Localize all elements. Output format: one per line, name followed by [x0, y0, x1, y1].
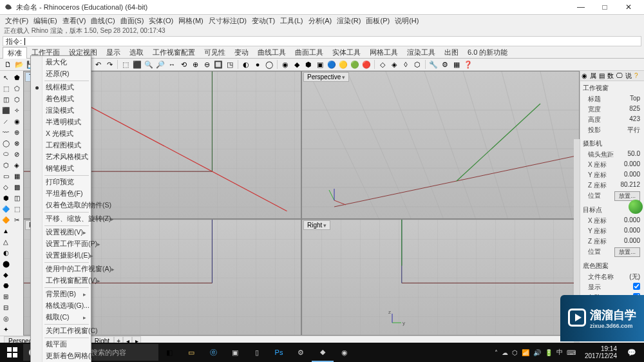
system-tray[interactable]: ˄ ☁ ⬡ 📶 🔊 🔋 中 ⌨: [489, 348, 581, 357]
tool-button[interactable]: ◫: [1, 94, 11, 104]
toolbar-button[interactable]: ⬛: [132, 59, 142, 70]
menu-item[interactable]: 实体(O): [146, 15, 176, 26]
tool-button[interactable]: 〰: [1, 127, 11, 137]
toolbar-button[interactable]: 🔧: [428, 59, 439, 70]
context-menu-item[interactable]: 设置工作平面(P)▸: [32, 238, 90, 250]
toolbar-button[interactable]: ⊕: [190, 59, 200, 70]
tool-button[interactable]: ↖: [1, 72, 11, 82]
toolbar-button[interactable]: 🟡: [338, 59, 348, 70]
menu-item[interactable]: 曲线(C): [88, 15, 117, 26]
property-checkbox[interactable]: [633, 283, 640, 290]
context-menu-item[interactable]: 仅着色选取的物件(S): [32, 200, 90, 211]
toolbar-button[interactable]: ▦: [451, 59, 462, 70]
tab-item[interactable]: 6.0 的新功能: [463, 47, 512, 58]
tool-button[interactable]: ⊟: [1, 302, 11, 312]
menu-item[interactable]: 变动(T): [249, 15, 278, 26]
tool-button[interactable]: ⬠: [12, 83, 22, 93]
tab-item[interactable]: 渲染工具: [402, 47, 440, 58]
toolbar-button[interactable]: ⊖: [202, 59, 212, 70]
context-menu-item[interactable]: 更新着色网格(R): [32, 350, 90, 362]
tray-battery-icon[interactable]: 🔋: [545, 349, 553, 356]
context-menu-item[interactable]: 背景图(B)▸: [32, 289, 90, 300]
tab-item[interactable]: 显示: [102, 47, 125, 58]
task-ps-icon[interactable]: Ps: [268, 343, 290, 362]
toolbar-button[interactable]: ◉: [280, 59, 290, 70]
toolbar-button[interactable]: ❓: [463, 59, 473, 70]
tab-properties[interactable]: 属: [590, 71, 596, 81]
standard-toolbar[interactable]: 🗋📂💾🖨✂📋📄↶↷⬚⬛🔍🔎↔⟲⊕⊖🔲◳◐●◯◉◆⬢▣🔵🟡🟢🔴◇◈◊⬡🔧⚙▦❓: [0, 59, 644, 71]
tool-button[interactable]: ◈: [12, 160, 22, 170]
tool-button[interactable]: ◎: [1, 313, 11, 323]
tray-onedrive-icon[interactable]: ☁: [502, 349, 508, 356]
tool-button[interactable]: △: [1, 236, 11, 247]
task-app1-icon[interactable]: ▣: [224, 343, 246, 362]
context-menu-item[interactable]: 工程图模式: [32, 140, 90, 151]
context-menu-item[interactable]: 线框模式: [32, 82, 90, 93]
context-menu-item[interactable]: 截取(C)▸: [32, 312, 90, 323]
toolbar-button[interactable]: ◊: [401, 59, 411, 70]
viewport-right[interactable]: Right▾ yz: [301, 219, 580, 336]
viewport-label-right[interactable]: Right▾: [303, 220, 330, 230]
context-menu-item[interactable]: 半透明模式: [32, 117, 90, 128]
tab-item[interactable]: 标准: [3, 47, 27, 59]
menu-item[interactable]: 说明(H): [392, 15, 421, 26]
tool-button[interactable]: ⬣: [1, 280, 11, 291]
tool-button[interactable]: 🔷: [1, 204, 11, 214]
toolbar-button[interactable]: 🔵: [327, 59, 337, 70]
tool-button[interactable]: 🔶: [1, 214, 11, 225]
menu-item[interactable]: 编辑(E): [31, 15, 60, 26]
context-menu-item[interactable]: 平移、缩放、旋转(Z)▸: [32, 213, 90, 225]
start-button[interactable]: [1, 343, 23, 362]
tray-keyboard-icon[interactable]: ⌨: [567, 349, 576, 356]
toolbar-button[interactable]: ⬡: [412, 59, 422, 70]
context-menu-item[interactable]: 设置视图(V)▸: [32, 227, 90, 238]
tab-item[interactable]: 出图: [440, 47, 463, 58]
context-menu-item[interactable]: 截平面: [32, 339, 90, 350]
tool-button[interactable]: ⬟: [12, 72, 22, 82]
tool-button[interactable]: ▲: [1, 225, 11, 236]
tray-defender-icon[interactable]: ⬡: [512, 349, 518, 356]
task-explorer-icon[interactable]: ▭: [180, 343, 202, 362]
toolbar-button[interactable]: 🔍: [144, 59, 154, 70]
tool-button[interactable]: ✂: [12, 214, 22, 225]
menu-item[interactable]: 曲面(S): [118, 15, 147, 26]
task-settings-icon[interactable]: ⚙: [290, 343, 312, 362]
toolbar-button[interactable]: 🔲: [213, 59, 223, 70]
menu-bar[interactable]: 文件(F)编辑(E)查看(V)曲线(C)曲面(S)实体(O)网格(M)尺寸标注(…: [0, 15, 644, 26]
context-menu-item[interactable]: 使用中的工作视窗(A)▸: [32, 263, 90, 275]
toolbar-button[interactable]: 📂: [14, 59, 24, 70]
tool-button[interactable]: ▦: [12, 171, 22, 181]
tab-layers-icon[interactable]: ▤: [599, 72, 605, 79]
taskbar-clock[interactable]: 19:14 2017/12/24: [581, 345, 621, 359]
tab-item[interactable]: 工作视窗配置: [148, 47, 200, 58]
context-menu-item[interactable]: 格线选项(G)...: [32, 300, 90, 312]
property-button[interactable]: 放置...: [614, 247, 640, 257]
toolbar-button[interactable]: ◳: [225, 59, 235, 70]
viewport-label-perspective[interactable]: Perspective▾: [303, 72, 349, 82]
toolbar-button[interactable]: 🔎: [155, 59, 166, 70]
task-steam-icon[interactable]: ◉: [334, 343, 355, 362]
task-edge-icon[interactable]: ⓔ: [202, 343, 224, 362]
toolbar-button[interactable]: 🗋: [3, 59, 13, 70]
menu-item[interactable]: 工具(L): [278, 15, 305, 26]
tray-chevron-icon[interactable]: ˄: [495, 349, 498, 356]
context-menu-item[interactable]: 打印预览: [32, 176, 90, 188]
tool-button[interactable]: ⊘: [12, 149, 22, 159]
tab-properties-icon[interactable]: ◉: [582, 72, 587, 79]
tool-button[interactable]: ⬚: [1, 83, 11, 93]
tab-item[interactable]: 变动: [230, 47, 253, 58]
toolbar-button[interactable]: ◇: [377, 59, 388, 70]
context-menu-item[interactable]: 渲染模式: [32, 105, 90, 117]
tool-button[interactable]: ⬡: [1, 160, 11, 170]
tool-button[interactable]: ⊗: [12, 138, 22, 148]
tool-button[interactable]: ▭: [1, 171, 11, 181]
tab-help[interactable]: 说: [625, 71, 632, 81]
context-menu-item[interactable]: 工作视窗配置(V)▸: [32, 275, 90, 287]
tool-button[interactable]: ⬤: [1, 258, 11, 269]
tray-ime-icon[interactable]: 中: [556, 348, 563, 357]
tool-button[interactable]: ◫: [12, 193, 22, 203]
help-bubble-icon[interactable]: [629, 200, 643, 214]
tab-materials[interactable]: 数: [607, 71, 614, 81]
toolbar-button[interactable]: ⬚: [120, 59, 131, 70]
tab-display-icon[interactable]: 🖵: [616, 72, 623, 79]
